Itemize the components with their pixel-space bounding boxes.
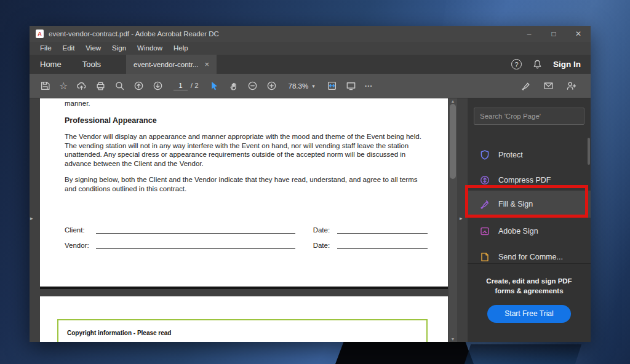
email-button[interactable] [540,78,557,93]
vendor-signature-row: Vendor: Date: [65,241,428,249]
signature-button[interactable] [517,78,534,93]
left-panel-toggle[interactable]: ▸ [30,214,36,223]
zoom-value: 78.3% [289,82,309,90]
menu-help[interactable]: Help [168,42,194,55]
page-number-input[interactable]: 1 [173,81,187,90]
bell-icon[interactable] [532,59,543,69]
date-line [337,226,428,234]
copyright-box: Copyright information - Please read [57,319,428,342]
fit-width-button[interactable] [324,78,340,93]
document-scrollbar[interactable]: ▲ ▼ [449,98,457,342]
tool-label: Protect [498,151,523,159]
toolbar: ☆ 1 / 2 78.3% ▾ ··· [30,74,591,98]
tab-tools[interactable]: Tools [72,55,111,74]
shield-icon [479,149,490,160]
cloud-upload-icon [76,81,87,91]
scrollbar-thumb[interactable] [450,104,456,179]
desktop-monitor-silhouette [335,342,474,364]
menu-window[interactable]: Window [132,42,168,55]
promo-line-1: Create, edit and sign PDF [468,277,591,287]
tool-label: Send for Comme... [498,253,563,261]
date-line [337,241,428,249]
save-icon [40,81,50,91]
print-button[interactable] [92,78,109,93]
more-tools-button[interactable]: ··· [362,79,376,92]
share-cloud-button[interactable] [73,78,90,93]
tabbar: Home Tools event-vendor-contr... × ? Sig… [30,55,591,74]
client-signature-row: Client: Date: [65,226,428,234]
tab-document-label: event-vendor-contr... [134,61,198,68]
menu-edit[interactable]: Edit [57,42,81,55]
paragraph: The Vendor will display an appearance an… [65,132,428,168]
zoom-out-button[interactable] [244,78,261,93]
vendor-label: Vendor: [65,242,96,249]
ink-pen-icon [520,81,531,91]
highlight-annotation-box [465,185,588,218]
hand-icon [228,81,239,91]
minimize-button[interactable]: – [517,26,541,42]
plus-circle-icon [266,81,277,91]
scroll-up-icon[interactable]: ▲ [449,99,457,103]
maximize-button[interactable]: □ [541,26,566,42]
scroll-down-icon[interactable]: ▼ [449,337,457,341]
envelope-icon [543,81,554,91]
next-page-button[interactable] [150,78,166,93]
window-title: event-vendor-contract.pdf - Adobe Acroba… [49,30,219,38]
pdf-page-2: Copyright information - Please read [40,296,448,342]
arrow-up-circle-icon [134,81,144,91]
pdf-file-icon: A [36,30,44,38]
tab-home[interactable]: Home [30,55,72,74]
client-label: Client: [65,226,96,234]
tools-search-input[interactable] [474,108,584,125]
menu-sign[interactable]: Sign [106,42,132,55]
magnifier-icon [114,81,125,91]
tool-adobe-sign[interactable]: Adobe Sign [468,219,591,243]
cursor-icon [209,81,220,91]
person-plus-icon [566,81,576,91]
tools-sidebar: Protect Compress PDF Fill & Sign Adobe S… [468,98,591,342]
section-heading: Professional Appearance [65,116,428,125]
help-icon[interactable]: ? [511,59,522,69]
client-signature-line [96,226,295,234]
tab-close-icon[interactable]: × [205,60,210,69]
select-tool-button[interactable] [206,78,223,93]
star-icon: ☆ [59,81,68,91]
favorites-button[interactable]: ☆ [56,79,71,93]
menu-file[interactable]: File [34,42,57,55]
acrobat-window: A event-vendor-contract.pdf - Adobe Acro… [30,26,591,342]
zoom-in-button[interactable] [263,78,280,93]
ellipsis-icon: ··· [365,82,373,90]
zoom-level-dropdown[interactable]: 78.3% ▾ [289,82,315,90]
menu-view[interactable]: View [80,42,106,55]
hand-tool-button[interactable] [225,78,242,93]
sign-in-button[interactable]: Sign In [553,60,581,69]
tab-document[interactable]: event-vendor-contr... × [126,55,217,74]
document-viewport[interactable]: manner. Professional Appearance The Vend… [30,98,468,342]
add-user-button[interactable] [563,78,580,93]
save-button[interactable] [37,78,54,93]
previous-page-button[interactable] [130,78,147,93]
promo-line-2: forms & agreements [468,287,591,296]
tool-label: Compress PDF [498,176,551,184]
page-total-label: / 2 [191,82,199,89]
vendor-signature-line [96,241,295,249]
start-free-trial-button[interactable]: Start Free Trial [487,305,571,323]
titlebar: A event-vendor-contract.pdf - Adobe Acro… [30,26,591,42]
printer-icon [95,81,106,91]
send-icon [479,251,490,263]
tool-label: Adobe Sign [498,227,538,235]
date-label: Date: [313,242,337,249]
chevron-down-icon: ▾ [312,83,315,89]
paragraph: By signing below, both the Client and th… [65,175,428,193]
tool-protect[interactable]: Protect [468,143,591,167]
desktop-reflection [465,344,581,364]
promo-panel: Create, edit and sign PDF forms & agreem… [468,263,591,342]
copyright-heading: Copyright information - Please read [67,330,171,336]
paragraph-fragment: manner. [65,100,428,107]
page-view-button[interactable] [343,78,359,93]
close-button[interactable]: ✕ [566,26,591,42]
search-button[interactable] [111,78,128,93]
minus-circle-icon [247,81,258,91]
display-settings-icon [346,81,356,91]
pdf-page-1: manner. Professional Appearance The Vend… [40,98,448,289]
